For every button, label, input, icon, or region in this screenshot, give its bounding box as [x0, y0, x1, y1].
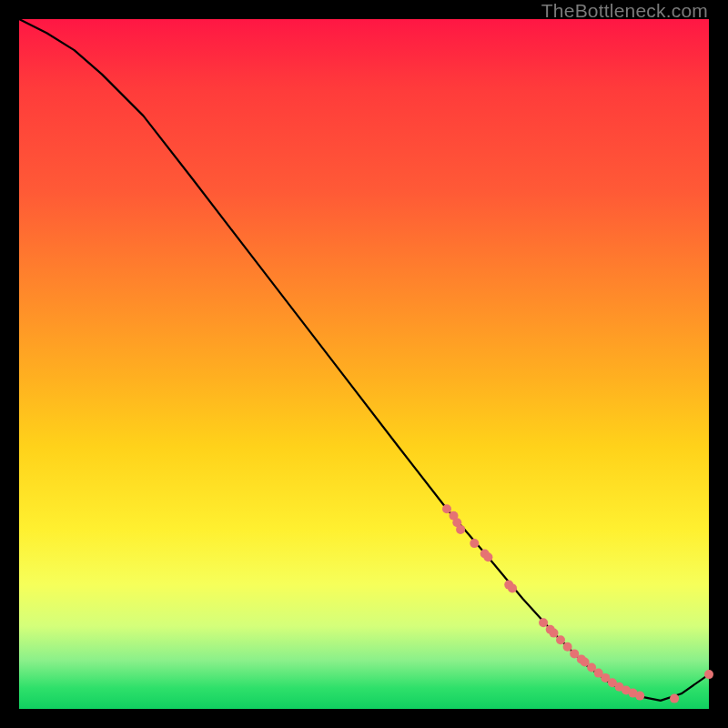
scatter-point — [670, 694, 679, 703]
scatter-point — [470, 539, 479, 548]
scatter-point — [539, 618, 548, 627]
scatter-point — [442, 504, 451, 513]
bottleneck-curve — [19, 19, 709, 701]
scatter-point — [483, 552, 492, 561]
scatter-point — [508, 583, 517, 592]
scatter-point — [704, 670, 713, 679]
scatter-point — [456, 525, 465, 534]
scatter-point — [550, 629, 559, 638]
scatter-point — [563, 642, 572, 652]
scatter-markers — [442, 504, 713, 703]
chart-canvas: TheBottleneck.com — [0, 0, 728, 728]
scatter-point — [635, 692, 644, 701]
scatter-point — [556, 635, 565, 644]
plot-svg — [19, 19, 709, 709]
plot-area — [19, 19, 709, 709]
